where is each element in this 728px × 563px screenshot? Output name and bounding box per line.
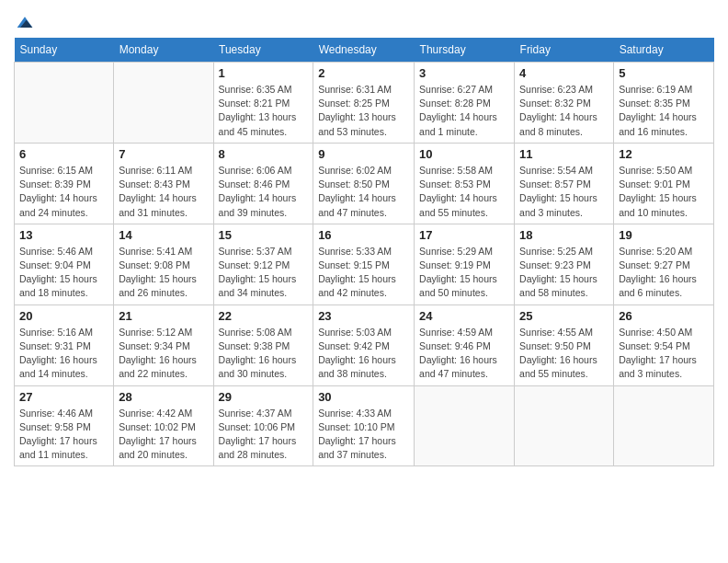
day-number: 9 [318,147,409,161]
weekday-header-sunday: Sunday [15,38,114,63]
calendar-cell: 7Sunrise: 6:11 AM Sunset: 8:43 PM Daylig… [114,143,213,224]
calendar-cell: 28Sunrise: 4:42 AM Sunset: 10:02 PM Dayl… [114,385,213,466]
calendar-cell: 11Sunrise: 5:54 AM Sunset: 8:57 PM Dayli… [515,143,614,224]
calendar-cell [415,385,515,466]
calendar-cell: 17Sunrise: 5:29 AM Sunset: 9:19 PM Dayli… [415,224,515,304]
day-info: Sunrise: 6:11 AM Sunset: 8:43 PM Dayligh… [119,164,208,220]
calendar-cell: 25Sunrise: 4:55 AM Sunset: 9:50 PM Dayli… [515,304,614,385]
calendar-cell: 6Sunrise: 6:15 AM Sunset: 8:39 PM Daylig… [15,143,114,224]
day-info: Sunrise: 6:31 AM Sunset: 8:25 PM Dayligh… [318,83,409,139]
weekday-header-wednesday: Wednesday [313,38,415,63]
calendar-cell: 8Sunrise: 6:06 AM Sunset: 8:46 PM Daylig… [213,143,313,224]
day-info: Sunrise: 5:16 AM Sunset: 9:31 PM Dayligh… [19,326,108,382]
day-info: Sunrise: 6:15 AM Sunset: 8:39 PM Dayligh… [19,164,108,220]
day-info: Sunrise: 4:59 AM Sunset: 9:46 PM Dayligh… [419,326,509,382]
day-number: 18 [519,228,609,242]
day-number: 19 [619,228,709,242]
day-number: 3 [419,66,509,80]
day-info: Sunrise: 5:54 AM Sunset: 8:57 PM Dayligh… [519,164,609,220]
day-info: Sunrise: 5:33 AM Sunset: 9:15 PM Dayligh… [318,245,409,301]
day-info: Sunrise: 5:20 AM Sunset: 9:27 PM Dayligh… [619,245,709,301]
calendar-cell [614,385,714,466]
day-number: 30 [318,390,409,404]
day-number: 6 [19,147,108,161]
calendar-cell [114,63,213,144]
day-info: Sunrise: 6:27 AM Sunset: 8:28 PM Dayligh… [419,83,509,139]
day-number: 14 [119,228,208,242]
day-info: Sunrise: 6:06 AM Sunset: 8:46 PM Dayligh… [219,164,309,220]
calendar-cell: 5Sunrise: 6:19 AM Sunset: 8:35 PM Daylig… [614,63,714,144]
day-info: Sunrise: 4:42 AM Sunset: 10:02 PM Daylig… [119,407,208,463]
day-info: Sunrise: 5:29 AM Sunset: 9:19 PM Dayligh… [419,245,509,301]
day-info: Sunrise: 4:37 AM Sunset: 10:06 PM Daylig… [219,407,309,463]
day-info: Sunrise: 5:08 AM Sunset: 9:38 PM Dayligh… [219,326,309,382]
day-number: 28 [119,390,208,404]
day-info: Sunrise: 5:25 AM Sunset: 9:23 PM Dayligh… [519,245,609,301]
day-info: Sunrise: 5:46 AM Sunset: 9:04 PM Dayligh… [19,245,108,301]
calendar-cell: 18Sunrise: 5:25 AM Sunset: 9:23 PM Dayli… [515,224,614,304]
weekday-header-saturday: Saturday [614,38,714,63]
calendar-week-1: 1Sunrise: 6:35 AM Sunset: 8:21 PM Daylig… [15,63,714,144]
calendar-cell: 29Sunrise: 4:37 AM Sunset: 10:06 PM Dayl… [213,385,313,466]
day-number: 5 [619,66,709,80]
calendar-cell: 20Sunrise: 5:16 AM Sunset: 9:31 PM Dayli… [15,304,114,385]
day-number: 17 [419,228,509,242]
calendar-cell: 15Sunrise: 5:37 AM Sunset: 9:12 PM Dayli… [213,224,313,304]
calendar-cell: 4Sunrise: 6:23 AM Sunset: 8:32 PM Daylig… [515,63,614,144]
day-number: 27 [19,390,108,404]
calendar-cell [15,63,114,144]
calendar-cell: 1Sunrise: 6:35 AM Sunset: 8:21 PM Daylig… [213,63,313,144]
weekday-header-row: SundayMondayTuesdayWednesdayThursdayFrid… [15,38,714,63]
weekday-header-tuesday: Tuesday [213,38,313,63]
calendar-cell: 12Sunrise: 5:50 AM Sunset: 9:01 PM Dayli… [614,143,714,224]
calendar-cell: 21Sunrise: 5:12 AM Sunset: 9:34 PM Dayli… [114,304,213,385]
day-info: Sunrise: 6:19 AM Sunset: 8:35 PM Dayligh… [619,83,709,139]
day-info: Sunrise: 4:55 AM Sunset: 9:50 PM Dayligh… [519,326,609,382]
calendar-table: SundayMondayTuesdayWednesdayThursdayFrid… [14,38,714,466]
logo [14,14,34,29]
day-info: Sunrise: 6:02 AM Sunset: 8:50 PM Dayligh… [318,164,409,220]
calendar-week-3: 13Sunrise: 5:46 AM Sunset: 9:04 PM Dayli… [15,224,714,304]
day-number: 13 [19,228,108,242]
day-info: Sunrise: 6:35 AM Sunset: 8:21 PM Dayligh… [219,83,309,139]
day-number: 4 [519,66,609,80]
calendar-cell: 16Sunrise: 5:33 AM Sunset: 9:15 PM Dayli… [313,224,415,304]
day-number: 7 [119,147,208,161]
day-number: 10 [419,147,509,161]
day-number: 16 [318,228,409,242]
day-number: 12 [619,147,709,161]
day-number: 8 [219,147,309,161]
day-number: 29 [219,390,309,404]
page-header [14,14,714,29]
calendar-cell: 30Sunrise: 4:33 AM Sunset: 10:10 PM Dayl… [313,385,415,466]
day-number: 20 [19,309,108,323]
day-info: Sunrise: 5:37 AM Sunset: 9:12 PM Dayligh… [219,245,309,301]
day-info: Sunrise: 4:46 AM Sunset: 9:58 PM Dayligh… [19,407,108,463]
day-number: 1 [219,66,309,80]
day-number: 26 [619,309,709,323]
day-info: Sunrise: 5:41 AM Sunset: 9:08 PM Dayligh… [119,245,208,301]
day-info: Sunrise: 5:03 AM Sunset: 9:42 PM Dayligh… [318,326,409,382]
calendar-cell: 14Sunrise: 5:41 AM Sunset: 9:08 PM Dayli… [114,224,213,304]
calendar-week-4: 20Sunrise: 5:16 AM Sunset: 9:31 PM Dayli… [15,304,714,385]
calendar-cell: 9Sunrise: 6:02 AM Sunset: 8:50 PM Daylig… [313,143,415,224]
calendar-cell: 3Sunrise: 6:27 AM Sunset: 8:28 PM Daylig… [415,63,515,144]
calendar-cell: 19Sunrise: 5:20 AM Sunset: 9:27 PM Dayli… [614,224,714,304]
day-number: 2 [318,66,409,80]
day-number: 15 [219,228,309,242]
calendar-cell: 27Sunrise: 4:46 AM Sunset: 9:58 PM Dayli… [15,385,114,466]
calendar-cell: 24Sunrise: 4:59 AM Sunset: 9:46 PM Dayli… [415,304,515,385]
calendar-week-5: 27Sunrise: 4:46 AM Sunset: 9:58 PM Dayli… [15,385,714,466]
day-info: Sunrise: 5:12 AM Sunset: 9:34 PM Dayligh… [119,326,208,382]
calendar-cell: 23Sunrise: 5:03 AM Sunset: 9:42 PM Dayli… [313,304,415,385]
calendar-week-2: 6Sunrise: 6:15 AM Sunset: 8:39 PM Daylig… [15,143,714,224]
calendar-cell: 22Sunrise: 5:08 AM Sunset: 9:38 PM Dayli… [213,304,313,385]
day-number: 23 [318,309,409,323]
logo-icon [16,14,34,32]
day-info: Sunrise: 5:50 AM Sunset: 9:01 PM Dayligh… [619,164,709,220]
weekday-header-friday: Friday [515,38,614,63]
calendar-cell: 10Sunrise: 5:58 AM Sunset: 8:53 PM Dayli… [415,143,515,224]
calendar-cell: 26Sunrise: 4:50 AM Sunset: 9:54 PM Dayli… [614,304,714,385]
day-info: Sunrise: 4:33 AM Sunset: 10:10 PM Daylig… [318,407,409,463]
day-number: 25 [519,309,609,323]
